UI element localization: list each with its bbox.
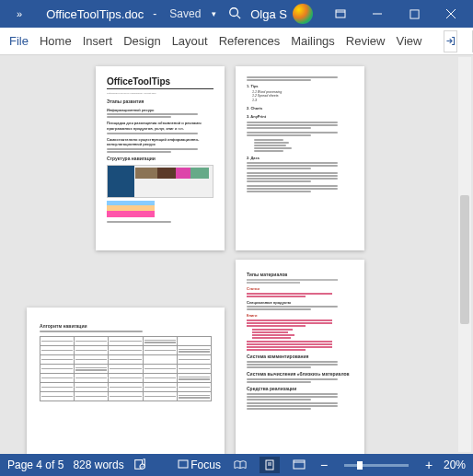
tab-view[interactable]: View bbox=[396, 34, 421, 48]
web-layout-button[interactable] bbox=[289, 457, 309, 473]
page1-sec: Этапы развития bbox=[107, 99, 213, 105]
titlebar: » OfficeToolTips.doc - Saved ▾ Olga S bbox=[0, 0, 473, 28]
page-status[interactable]: Page 4 of 5 bbox=[7, 459, 63, 471]
page4-sec: Средства реализации bbox=[247, 386, 353, 392]
page1-sec: Площадка для размещения объявлений и рек… bbox=[107, 121, 213, 131]
page3-sec: Алгоритм навигации bbox=[40, 323, 212, 330]
page4-sec: Типы материалов bbox=[247, 272, 353, 278]
svg-line-1 bbox=[237, 15, 241, 18]
page-thumbnail-3[interactable]: Алгоритм навигации bbox=[27, 308, 225, 454]
zoom-in-button[interactable]: + bbox=[423, 458, 434, 472]
zoom-percent[interactable]: 20% bbox=[444, 459, 466, 471]
document-canvas[interactable]: OfficeToolTips Информационный ресурс о в… bbox=[0, 55, 473, 454]
page2-sec: 3. AnyPrint bbox=[247, 114, 353, 120]
page1-sec: Структура навигации bbox=[107, 156, 213, 162]
page1-screenshot bbox=[107, 165, 213, 198]
page2-sec: 2. Charts bbox=[247, 106, 353, 111]
word-count[interactable]: 828 words bbox=[73, 459, 123, 471]
tab-review[interactable]: Review bbox=[346, 34, 386, 48]
tab-mailings[interactable]: Mailings bbox=[291, 34, 335, 48]
zoom-out-button[interactable]: − bbox=[318, 458, 329, 472]
tab-insert[interactable]: Insert bbox=[83, 34, 113, 48]
title-separator: - bbox=[153, 7, 156, 20]
svg-rect-10 bbox=[179, 460, 188, 468]
tab-references[interactable]: References bbox=[219, 34, 280, 48]
close-button[interactable] bbox=[433, 0, 469, 28]
page2-item: 1.3 bbox=[252, 99, 353, 103]
tab-design[interactable]: Design bbox=[123, 34, 160, 48]
page1-subtitle: Информационный ресурс о возможностях Mic… bbox=[107, 92, 213, 95]
page1-title: OfficeToolTips bbox=[107, 75, 213, 89]
vertical-scrollbar[interactable] bbox=[458, 57, 471, 452]
page4-sec: Система вычисления «близких» материалов bbox=[247, 371, 353, 377]
page2-sec: 1. Tips bbox=[247, 84, 353, 89]
zoom-slider-thumb[interactable] bbox=[357, 461, 363, 470]
svg-rect-5 bbox=[410, 9, 418, 17]
zoom-slider[interactable] bbox=[344, 464, 409, 467]
save-status[interactable]: Saved bbox=[169, 7, 201, 20]
svg-rect-2 bbox=[336, 10, 345, 17]
read-mode-button[interactable] bbox=[230, 457, 250, 473]
share-button[interactable] bbox=[444, 30, 457, 52]
focus-mode-button[interactable]: Focus bbox=[178, 459, 221, 471]
tab-file[interactable]: File bbox=[9, 34, 29, 48]
page4-sec: Специальные продукты bbox=[247, 300, 353, 306]
tab-home[interactable]: Home bbox=[40, 34, 72, 48]
avatar[interactable] bbox=[293, 4, 313, 24]
ribbon-display-button[interactable] bbox=[322, 0, 359, 28]
statusbar: Page 4 of 5 828 words Focus − + 20% bbox=[0, 454, 473, 476]
page-thumbnail-4[interactable]: Типы материалов Статьи Специальные проду… bbox=[236, 260, 364, 454]
page-thumbnail-2[interactable]: 1. Tips 1.1 Word processing 1.2 Spread s… bbox=[236, 66, 364, 250]
document-name[interactable]: OfficeToolTips.doc bbox=[46, 7, 144, 21]
page1-sec: Информационный ресурс bbox=[107, 108, 213, 113]
search-icon[interactable] bbox=[228, 6, 241, 22]
page4-sec: Статьи bbox=[247, 286, 353, 292]
save-status-dropdown-icon[interactable]: ▾ bbox=[212, 9, 216, 18]
svg-point-0 bbox=[230, 7, 238, 16]
spellcheck-button[interactable] bbox=[133, 458, 146, 473]
page-thumbnail-1[interactable]: OfficeToolTips Информационный ресурс о в… bbox=[96, 66, 225, 250]
print-layout-button[interactable] bbox=[260, 457, 280, 473]
qat-more-icon[interactable]: » bbox=[17, 8, 22, 19]
page1-sec: Самостоятельно существующий информационн… bbox=[107, 137, 213, 147]
page3-table bbox=[40, 336, 212, 401]
page4-sec: Книги bbox=[247, 313, 353, 319]
user-name[interactable]: Olga S bbox=[250, 7, 287, 21]
ribbon-tabs: File Home Insert Design Layout Reference… bbox=[0, 28, 473, 55]
scrollbar-thumb[interactable] bbox=[460, 195, 469, 324]
minimize-button[interactable] bbox=[359, 0, 396, 28]
maximize-button[interactable] bbox=[396, 0, 433, 28]
page4-sec: Система комментирования bbox=[247, 354, 353, 360]
svg-rect-14 bbox=[294, 460, 305, 469]
tab-layout[interactable]: Layout bbox=[172, 34, 208, 48]
page1-screenshot-2 bbox=[107, 201, 155, 217]
